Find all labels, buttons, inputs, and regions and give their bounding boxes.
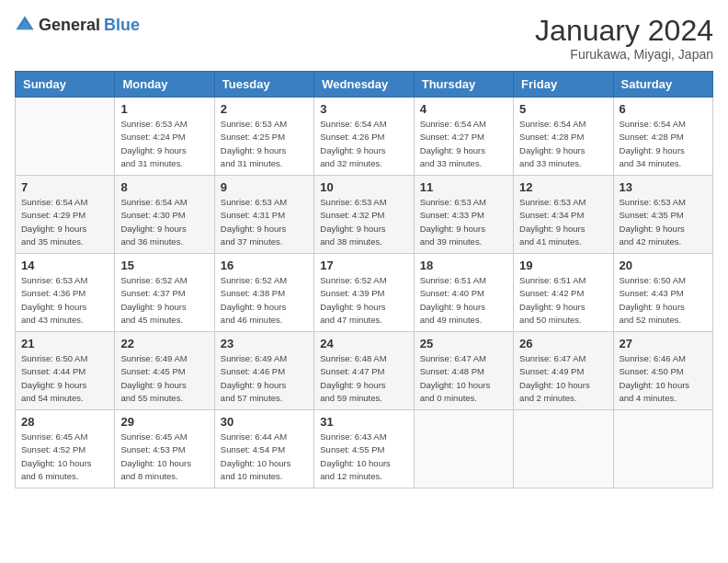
col-saturday: Saturday — [613, 72, 712, 98]
day-info: Sunrise: 6:54 AM Sunset: 4:28 PM Dayligh… — [620, 118, 707, 170]
day-number: 20 — [620, 259, 707, 272]
table-row — [414, 410, 513, 488]
col-monday: Monday — [115, 72, 214, 98]
day-number: 19 — [519, 259, 607, 272]
logo-blue-text: Blue — [104, 16, 140, 35]
table-row: 25Sunrise: 6:47 AM Sunset: 4:48 PM Dayli… — [414, 332, 513, 410]
day-number: 4 — [420, 102, 507, 116]
day-info: Sunrise: 6:50 AM Sunset: 4:44 PM Dayligh… — [21, 352, 108, 405]
day-number: 27 — [620, 337, 707, 350]
day-info: Sunrise: 6:53 AM Sunset: 4:25 PM Dayligh… — [221, 118, 308, 170]
day-number: 22 — [120, 337, 208, 350]
logo-general-text: General — [39, 16, 100, 35]
day-number: 15 — [120, 259, 208, 272]
table-row: 12Sunrise: 6:53 AM Sunset: 4:34 PM Dayli… — [514, 176, 613, 254]
table-row: 20Sunrise: 6:50 AM Sunset: 4:43 PM Dayli… — [613, 254, 712, 332]
day-number: 26 — [519, 337, 607, 350]
table-row: 9Sunrise: 6:53 AM Sunset: 4:31 PM Daylig… — [214, 176, 313, 254]
day-info: Sunrise: 6:54 AM Sunset: 4:26 PM Dayligh… — [320, 118, 407, 170]
table-row: 27Sunrise: 6:46 AM Sunset: 4:50 PM Dayli… — [613, 332, 712, 410]
table-row: 13Sunrise: 6:53 AM Sunset: 4:35 PM Dayli… — [613, 176, 712, 254]
calendar-header-row: Sunday Monday Tuesday Wednesday Thursday… — [16, 72, 713, 98]
day-info: Sunrise: 6:54 AM Sunset: 4:29 PM Dayligh… — [21, 196, 108, 248]
table-row: 26Sunrise: 6:47 AM Sunset: 4:49 PM Dayli… — [514, 332, 613, 410]
day-number: 24 — [320, 337, 407, 350]
day-number: 18 — [420, 259, 507, 272]
table-row: 17Sunrise: 6:52 AM Sunset: 4:39 PM Dayli… — [314, 254, 414, 332]
day-number: 31 — [320, 415, 407, 429]
day-info: Sunrise: 6:47 AM Sunset: 4:48 PM Dayligh… — [420, 352, 507, 405]
day-info: Sunrise: 6:52 AM Sunset: 4:37 PM Dayligh… — [120, 274, 208, 327]
table-row: 10Sunrise: 6:53 AM Sunset: 4:32 PM Dayli… — [314, 176, 414, 254]
day-info: Sunrise: 6:53 AM Sunset: 4:34 PM Dayligh… — [519, 196, 607, 248]
day-info: Sunrise: 6:53 AM Sunset: 4:36 PM Dayligh… — [21, 274, 108, 327]
table-row: 31Sunrise: 6:43 AM Sunset: 4:55 PM Dayli… — [314, 410, 414, 488]
day-number: 11 — [420, 180, 507, 194]
table-row: 14Sunrise: 6:53 AM Sunset: 4:36 PM Dayli… — [16, 254, 115, 332]
col-thursday: Thursday — [414, 72, 513, 98]
day-number: 6 — [620, 102, 707, 116]
col-tuesday: Tuesday — [214, 72, 313, 98]
table-row: 22Sunrise: 6:49 AM Sunset: 4:45 PM Dayli… — [115, 332, 214, 410]
calendar-week-5: 28Sunrise: 6:45 AM Sunset: 4:52 PM Dayli… — [16, 410, 713, 488]
calendar-week-2: 7Sunrise: 6:54 AM Sunset: 4:29 PM Daylig… — [16, 176, 713, 254]
day-number: 25 — [420, 337, 507, 350]
day-info: Sunrise: 6:52 AM Sunset: 4:39 PM Dayligh… — [320, 274, 407, 327]
calendar-week-1: 1Sunrise: 6:53 AM Sunset: 4:24 PM Daylig… — [16, 98, 713, 176]
day-info: Sunrise: 6:46 AM Sunset: 4:50 PM Dayligh… — [620, 352, 707, 405]
day-info: Sunrise: 6:44 AM Sunset: 4:54 PM Dayligh… — [221, 431, 308, 483]
day-info: Sunrise: 6:49 AM Sunset: 4:46 PM Dayligh… — [221, 352, 308, 405]
table-row: 6Sunrise: 6:54 AM Sunset: 4:28 PM Daylig… — [613, 98, 712, 176]
day-info: Sunrise: 6:53 AM Sunset: 4:33 PM Dayligh… — [420, 196, 507, 248]
table-row: 30Sunrise: 6:44 AM Sunset: 4:54 PM Dayli… — [214, 410, 313, 488]
table-row: 29Sunrise: 6:45 AM Sunset: 4:53 PM Dayli… — [115, 410, 214, 488]
day-info: Sunrise: 6:53 AM Sunset: 4:31 PM Dayligh… — [221, 196, 308, 248]
table-row: 2Sunrise: 6:53 AM Sunset: 4:25 PM Daylig… — [214, 98, 313, 176]
day-number: 28 — [21, 415, 108, 429]
day-info: Sunrise: 6:54 AM Sunset: 4:30 PM Dayligh… — [120, 196, 208, 248]
table-row: 28Sunrise: 6:45 AM Sunset: 4:52 PM Dayli… — [16, 410, 115, 488]
day-number: 14 — [21, 259, 108, 272]
table-row: 11Sunrise: 6:53 AM Sunset: 4:33 PM Dayli… — [414, 176, 513, 254]
table-row: 24Sunrise: 6:48 AM Sunset: 4:47 PM Dayli… — [314, 332, 414, 410]
table-row: 1Sunrise: 6:53 AM Sunset: 4:24 PM Daylig… — [115, 98, 214, 176]
day-info: Sunrise: 6:50 AM Sunset: 4:43 PM Dayligh… — [620, 274, 707, 327]
day-info: Sunrise: 6:52 AM Sunset: 4:38 PM Dayligh… — [221, 274, 308, 327]
day-number: 1 — [120, 102, 208, 116]
table-row — [16, 98, 115, 176]
day-info: Sunrise: 6:51 AM Sunset: 4:40 PM Dayligh… — [420, 274, 507, 327]
day-number: 21 — [21, 337, 108, 350]
table-row: 7Sunrise: 6:54 AM Sunset: 4:29 PM Daylig… — [16, 176, 115, 254]
table-row: 8Sunrise: 6:54 AM Sunset: 4:30 PM Daylig… — [115, 176, 214, 254]
day-number: 30 — [221, 415, 308, 429]
table-row: 21Sunrise: 6:50 AM Sunset: 4:44 PM Dayli… — [16, 332, 115, 410]
day-number: 5 — [519, 102, 607, 116]
day-number: 8 — [120, 180, 208, 194]
day-number: 17 — [320, 259, 407, 272]
day-number: 3 — [320, 102, 407, 116]
calendar-week-4: 21Sunrise: 6:50 AM Sunset: 4:44 PM Dayli… — [16, 332, 713, 410]
day-info: Sunrise: 6:47 AM Sunset: 4:49 PM Dayligh… — [519, 352, 607, 405]
col-wednesday: Wednesday — [314, 72, 414, 98]
table-row — [613, 410, 712, 488]
day-info: Sunrise: 6:43 AM Sunset: 4:55 PM Dayligh… — [320, 431, 407, 483]
table-row: 5Sunrise: 6:54 AM Sunset: 4:28 PM Daylig… — [514, 98, 613, 176]
day-info: Sunrise: 6:53 AM Sunset: 4:24 PM Dayligh… — [120, 118, 208, 170]
title-block: January 2024 Furukawa, Miyagi, Japan — [535, 15, 713, 62]
table-row: 15Sunrise: 6:52 AM Sunset: 4:37 PM Dayli… — [115, 254, 214, 332]
day-number: 23 — [221, 337, 308, 350]
table-row: 19Sunrise: 6:51 AM Sunset: 4:42 PM Dayli… — [514, 254, 613, 332]
table-row: 23Sunrise: 6:49 AM Sunset: 4:46 PM Dayli… — [214, 332, 313, 410]
day-info: Sunrise: 6:53 AM Sunset: 4:32 PM Dayligh… — [320, 196, 407, 248]
day-info: Sunrise: 6:51 AM Sunset: 4:42 PM Dayligh… — [519, 274, 607, 327]
generalblue-logo-icon — [15, 15, 35, 35]
day-number: 9 — [221, 180, 308, 194]
day-info: Sunrise: 6:48 AM Sunset: 4:47 PM Dayligh… — [320, 352, 407, 405]
day-info: Sunrise: 6:49 AM Sunset: 4:45 PM Dayligh… — [120, 352, 208, 405]
col-friday: Friday — [514, 72, 613, 98]
calendar-week-3: 14Sunrise: 6:53 AM Sunset: 4:36 PM Dayli… — [16, 254, 713, 332]
table-row — [514, 410, 613, 488]
day-number: 10 — [320, 180, 407, 194]
day-number: 29 — [120, 415, 208, 429]
day-number: 7 — [21, 180, 108, 194]
